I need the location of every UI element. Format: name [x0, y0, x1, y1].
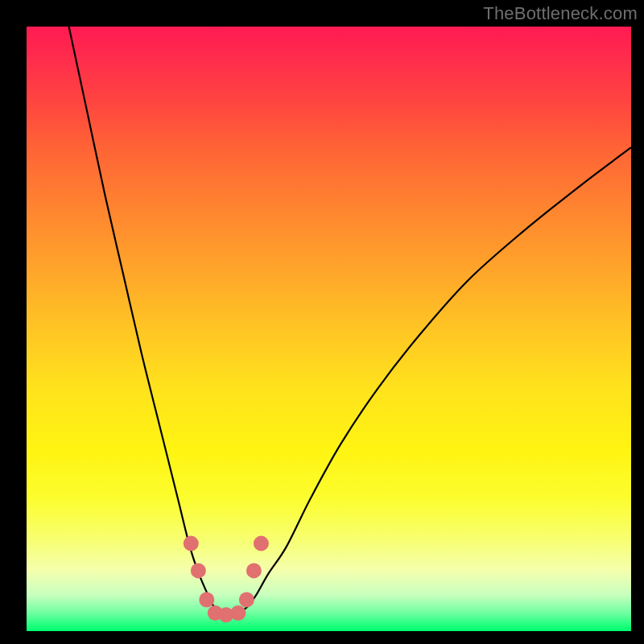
curve-markers [184, 536, 269, 623]
marker-point [254, 536, 269, 551]
watermark-text: TheBottleneck.com [483, 3, 638, 24]
marker-point [191, 563, 206, 578]
chart-plot-area [27, 27, 631, 631]
marker-point [246, 563, 262, 578]
bottleneck-curve [69, 27, 631, 615]
app-frame: TheBottleneck.com [0, 0, 644, 644]
marker-point [230, 605, 246, 621]
marker-point [184, 536, 199, 551]
bottleneck-chart [27, 27, 631, 631]
marker-point [199, 592, 214, 607]
marker-point [239, 592, 254, 607]
